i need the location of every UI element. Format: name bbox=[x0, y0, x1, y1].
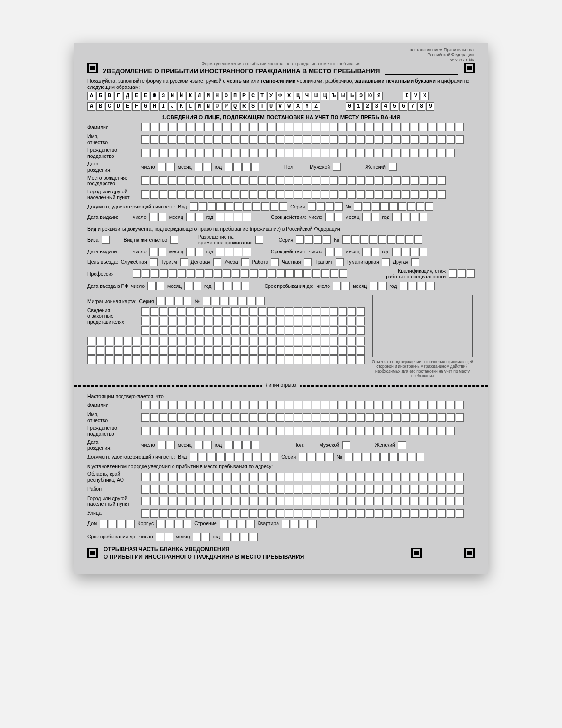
field-id-number[interactable] bbox=[354, 202, 433, 211]
field-t-city[interactable] bbox=[141, 497, 464, 505]
field-id-series[interactable] bbox=[308, 202, 343, 211]
field-stay-until-month[interactable] bbox=[370, 282, 387, 290]
field-surname[interactable] bbox=[141, 123, 464, 131]
field-citizenship[interactable] bbox=[141, 149, 455, 157]
sample-latin: ABCDEFGHIJKLMNOPQRSTUVWXYZ bbox=[87, 102, 320, 111]
alignment-mark-bottom-right bbox=[464, 548, 475, 558]
label-t-iddoc: Документ, удостоверяющий личность: bbox=[87, 454, 175, 460]
l-p-priv: Частная bbox=[282, 259, 301, 265]
instr-b3: заглавными печатными буквами bbox=[354, 78, 436, 84]
field-stay-number[interactable] bbox=[342, 235, 422, 244]
field-profession[interactable] bbox=[133, 269, 347, 278]
field-t-citizenship[interactable] bbox=[141, 427, 455, 435]
field-birth-country[interactable] bbox=[141, 176, 446, 185]
label-day: число bbox=[141, 164, 155, 170]
ck-transit[interactable] bbox=[336, 258, 344, 266]
field-stay-until-day[interactable] bbox=[333, 282, 350, 290]
field-dob-year[interactable] bbox=[225, 163, 259, 171]
label-city: Город или другой населенный пункт bbox=[87, 189, 138, 200]
field-district[interactable] bbox=[141, 485, 464, 494]
field-mig-series[interactable] bbox=[156, 297, 191, 305]
field-t-dob-year[interactable] bbox=[225, 441, 259, 449]
field-t-dob-month[interactable] bbox=[195, 441, 212, 449]
field-entry-day[interactable] bbox=[147, 282, 164, 290]
field-stay-issue-day[interactable] bbox=[149, 248, 166, 256]
label-issue-day: число bbox=[133, 214, 147, 220]
checkbox-female[interactable] bbox=[389, 163, 397, 171]
label-stay-series: Серия bbox=[278, 237, 293, 243]
l-p-other: Другая bbox=[393, 259, 408, 265]
ck-tourism[interactable] bbox=[180, 258, 188, 266]
label-dob: Дата рождения: bbox=[87, 161, 138, 173]
label-t-name: Имя, отчество bbox=[87, 411, 138, 423]
ck-other[interactable] bbox=[411, 258, 419, 266]
field-valid-month[interactable] bbox=[362, 213, 379, 221]
label-issue-month: месяц bbox=[169, 214, 183, 220]
field-valid-year[interactable] bbox=[392, 213, 427, 221]
label-notified: в установленном порядке уведомил о прибы… bbox=[87, 463, 273, 469]
field-qualification[interactable] bbox=[449, 269, 475, 278]
field-issue-year[interactable] bbox=[216, 213, 251, 221]
checkbox-visa[interactable] bbox=[102, 236, 110, 244]
label-id-number: № bbox=[346, 204, 351, 210]
instruction-text: Пожалуйста, заполняйте форму на русском … bbox=[87, 78, 475, 90]
l-tsu-d: число bbox=[139, 534, 153, 540]
field-apt[interactable] bbox=[282, 520, 317, 528]
field-reps-grid[interactable] bbox=[141, 307, 365, 335]
field-valid-day[interactable] bbox=[325, 213, 342, 221]
field-stay-series[interactable] bbox=[296, 235, 331, 244]
instr-b2: темно-синими bbox=[260, 78, 295, 84]
field-region[interactable] bbox=[141, 473, 464, 481]
ck-service[interactable] bbox=[150, 258, 158, 266]
l-t-male: Мужской bbox=[319, 442, 339, 448]
ck-business[interactable] bbox=[213, 258, 221, 266]
field-t-id-type[interactable] bbox=[190, 453, 278, 461]
field-issue-month[interactable] bbox=[186, 213, 203, 221]
field-t-id-series[interactable] bbox=[299, 453, 334, 461]
checkbox-male[interactable] bbox=[333, 163, 341, 171]
ck-humanitarian[interactable] bbox=[382, 258, 390, 266]
field-street[interactable] bbox=[141, 509, 464, 518]
field-name[interactable] bbox=[141, 135, 464, 144]
l-su-m: месяц bbox=[353, 283, 367, 289]
label-entry-date: Дата въезда в РФ bbox=[87, 283, 128, 289]
field-entry-month[interactable] bbox=[184, 282, 201, 290]
field-stay-issue-year[interactable] bbox=[216, 248, 251, 256]
checkbox-temp-residence[interactable] bbox=[255, 236, 263, 244]
field-t-surname[interactable] bbox=[141, 401, 464, 409]
field-t-id-number[interactable] bbox=[345, 453, 424, 461]
field-mig-number[interactable] bbox=[203, 297, 265, 305]
field-stay-valid-day[interactable] bbox=[325, 248, 342, 256]
field-t-su-year[interactable] bbox=[223, 533, 258, 541]
field-dob-month[interactable] bbox=[195, 163, 212, 171]
field-korpus[interactable] bbox=[156, 520, 191, 528]
field-entry-year[interactable] bbox=[214, 282, 249, 290]
field-reps-grid-full[interactable] bbox=[87, 337, 368, 364]
field-stay-issue-month[interactable] bbox=[186, 248, 203, 256]
field-t-su-day[interactable] bbox=[156, 533, 173, 541]
section1-heading: 1.СВЕДЕНИЯ О ЛИЦЕ, ПОДЛЕЖАЩЕМ ПОСТАНОВКЕ… bbox=[87, 114, 475, 121]
field-dob-day[interactable] bbox=[158, 163, 175, 171]
field-id-type[interactable] bbox=[190, 202, 287, 211]
ck-t-female[interactable] bbox=[398, 441, 406, 449]
field-stay-valid-year[interactable] bbox=[392, 248, 427, 256]
field-building[interactable] bbox=[220, 520, 255, 528]
field-stay-until-year[interactable] bbox=[400, 282, 435, 290]
label-stay-number: № bbox=[334, 237, 339, 243]
field-stay-valid-month[interactable] bbox=[362, 248, 379, 256]
ck-study[interactable] bbox=[241, 258, 249, 266]
title-blank-line bbox=[385, 68, 458, 75]
label-purpose: Цель въезда: bbox=[87, 259, 118, 265]
ck-t-male[interactable] bbox=[342, 441, 350, 449]
field-issue-day[interactable] bbox=[149, 213, 166, 221]
field-city[interactable] bbox=[141, 190, 446, 199]
field-t-su-month[interactable] bbox=[193, 533, 210, 541]
alignment-mark-top-right bbox=[464, 63, 475, 73]
field-house[interactable] bbox=[100, 520, 135, 528]
checkbox-residence[interactable] bbox=[170, 236, 178, 244]
field-t-dob-day[interactable] bbox=[158, 441, 175, 449]
field-t-name[interactable] bbox=[141, 413, 464, 422]
form-title: УВЕДОМЛЕНИЕ О ПРИБЫТИИ ИНОСТРАННОГО ГРАЖ… bbox=[103, 68, 380, 75]
ck-work[interactable] bbox=[271, 258, 279, 266]
ck-private[interactable] bbox=[304, 258, 312, 266]
